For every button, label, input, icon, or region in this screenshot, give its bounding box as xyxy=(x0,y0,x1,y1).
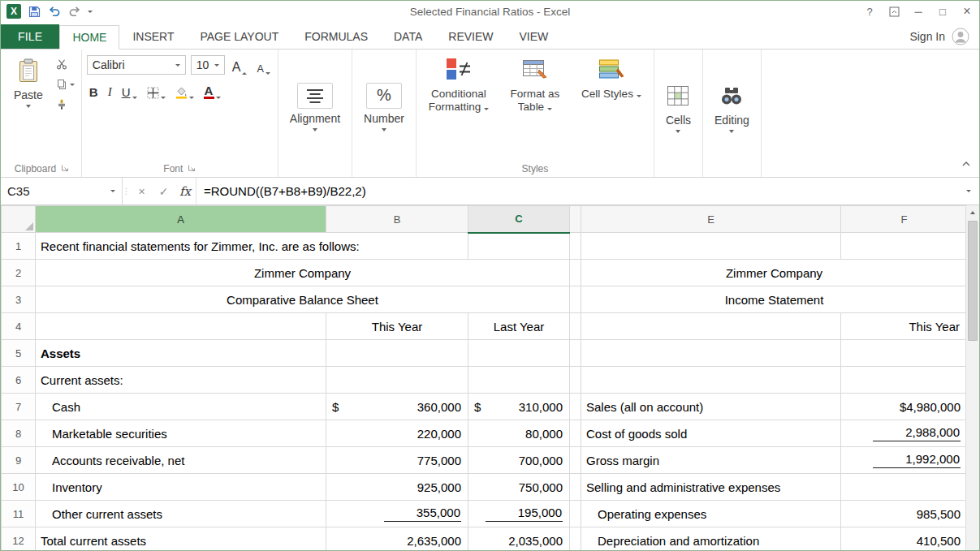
row-header-11[interactable]: 11 xyxy=(2,501,36,527)
insert-function-button[interactable]: fx xyxy=(175,178,196,204)
alignment-button[interactable]: Alignment xyxy=(283,80,347,134)
cell-E8[interactable]: Cost of goods sold xyxy=(581,420,841,447)
cell-F6[interactable] xyxy=(841,367,968,394)
number-format-button[interactable]: % Number xyxy=(357,80,411,134)
tab-home[interactable]: HOME xyxy=(59,25,119,50)
font-dialog-launcher[interactable] xyxy=(188,163,196,174)
column-header-e[interactable]: E xyxy=(581,206,841,233)
cancel-button[interactable]: × xyxy=(131,178,153,204)
cell-D8[interactable] xyxy=(570,420,581,447)
font-color-button[interactable]: A xyxy=(201,80,223,99)
enter-button[interactable]: ✓ xyxy=(153,178,175,204)
cell-F1[interactable] xyxy=(841,233,968,260)
select-all-button[interactable] xyxy=(2,206,36,233)
grow-font-button[interactable]: A xyxy=(230,55,250,75)
cell-A2[interactable]: Zimmer Company xyxy=(36,260,570,286)
italic-button[interactable]: I xyxy=(106,80,114,99)
cell-E10[interactable]: Selling and administrative expenses xyxy=(581,474,841,501)
row-header-2[interactable]: 2 xyxy=(2,260,36,286)
cell-B10[interactable]: 925,000 xyxy=(326,474,468,501)
cell-E6[interactable] xyxy=(581,367,841,394)
cell-A1[interactable]: Recent financial statements for Zimmer, … xyxy=(36,233,326,260)
cell-F4[interactable]: This Year xyxy=(841,313,968,340)
scrollbar-thumb[interactable] xyxy=(968,221,978,341)
column-header-f[interactable]: F xyxy=(841,206,968,233)
cell-B7[interactable]: $360,000 xyxy=(326,394,468,420)
editing-button[interactable]: Editing xyxy=(708,79,756,136)
cell-A10[interactable]: Inventory xyxy=(36,474,326,501)
row-header-8[interactable]: 8 xyxy=(2,420,36,447)
cell-C8[interactable]: 80,000 xyxy=(468,420,570,447)
cell-F11[interactable]: 985,500 xyxy=(841,501,968,527)
tab-review[interactable]: REVIEW xyxy=(435,24,506,49)
cell-F9[interactable]: 1,992,000 xyxy=(841,447,968,474)
cell-D11[interactable] xyxy=(570,501,581,527)
cell-B12[interactable]: 2,635,000 xyxy=(326,527,468,551)
format-as-table-button[interactable]: Format as Table xyxy=(498,55,572,114)
cell-D9[interactable] xyxy=(570,447,581,474)
fill-color-button[interactable] xyxy=(173,80,196,99)
cell-A11[interactable]: Other current assets xyxy=(36,501,326,527)
tab-page-layout[interactable]: PAGE LAYOUT xyxy=(187,24,291,49)
cell-D7[interactable] xyxy=(570,394,581,420)
paste-button[interactable]: Paste xyxy=(7,54,50,160)
row-header-10[interactable]: 10 xyxy=(2,474,36,501)
cell-E5[interactable] xyxy=(581,340,841,367)
bold-button[interactable]: B xyxy=(87,80,101,99)
cell-C9[interactable]: 700,000 xyxy=(468,447,570,474)
row-header-12[interactable]: 12 xyxy=(2,527,36,551)
cell-C1[interactable] xyxy=(468,233,570,260)
conditional-formatting-button[interactable]: Conditional Formatting xyxy=(421,55,496,114)
cell-B11[interactable]: 355,000 xyxy=(326,501,468,527)
cut-button[interactable] xyxy=(56,57,75,71)
column-header-b[interactable]: B xyxy=(326,206,468,233)
cell-E2[interactable]: Zimmer Company xyxy=(581,260,968,286)
tab-file[interactable]: FILE xyxy=(1,24,59,49)
cell-A12[interactable]: Total current assets xyxy=(36,527,326,551)
close-button[interactable]: × xyxy=(955,2,979,21)
cell-A5[interactable]: Assets xyxy=(36,340,326,367)
cell-E11[interactable]: Operating expenses xyxy=(581,501,841,527)
cell-B4[interactable]: This Year xyxy=(326,313,468,340)
tab-view[interactable]: VIEW xyxy=(507,24,562,49)
vertical-scrollbar[interactable] xyxy=(965,205,979,550)
expand-formula-bar-button[interactable] xyxy=(958,178,979,204)
scroll-up-button[interactable] xyxy=(966,205,979,220)
cell-A6[interactable]: Current assets: xyxy=(36,367,326,394)
font-name-select[interactable]: Calibri xyxy=(87,55,186,75)
column-header-c[interactable]: C xyxy=(468,206,570,233)
qat-customize-button[interactable] xyxy=(88,11,93,13)
shrink-font-button[interactable]: A xyxy=(254,55,272,75)
minimize-button[interactable]: ─ xyxy=(906,2,930,21)
cell-D4[interactable] xyxy=(570,313,581,340)
cell-A4[interactable] xyxy=(36,313,326,340)
cell-E12[interactable]: Depreciation and amortization xyxy=(581,527,841,551)
cell-F8[interactable]: 2,988,000 xyxy=(841,420,968,447)
cell-C5[interactable] xyxy=(468,340,570,367)
cell-E1[interactable] xyxy=(581,233,841,260)
redo-button[interactable] xyxy=(67,4,82,19)
ribbon-display-options-button[interactable] xyxy=(882,2,906,21)
cell-A3[interactable]: Comparative Balance Sheet xyxy=(36,286,570,313)
row-header-1[interactable]: 1 xyxy=(2,233,36,260)
maximize-button[interactable]: □ xyxy=(930,2,955,21)
cell-F10[interactable] xyxy=(841,474,968,501)
cell-B8[interactable]: 220,000 xyxy=(326,420,468,447)
cell-F7[interactable]: $4,980,000 xyxy=(841,394,968,420)
cell-A7[interactable]: Cash xyxy=(36,394,326,420)
cell-D5[interactable] xyxy=(570,340,581,367)
cell-B6[interactable] xyxy=(326,367,468,394)
cell-F5[interactable] xyxy=(841,340,968,367)
cell-D10[interactable] xyxy=(570,474,581,501)
sign-in-button[interactable]: Sign In xyxy=(909,24,969,49)
cell-E7[interactable]: Sales (all on account) xyxy=(581,394,841,420)
clipboard-dialog-launcher[interactable] xyxy=(61,163,69,174)
cell-E9[interactable]: Gross margin xyxy=(581,447,841,474)
row-header-9[interactable]: 9 xyxy=(2,447,36,474)
cell-styles-button[interactable]: Cell Styles xyxy=(574,55,649,101)
row-header-7[interactable]: 7 xyxy=(2,394,36,420)
tab-insert[interactable]: INSERT xyxy=(119,24,187,49)
cell-F12[interactable]: 410,500 xyxy=(841,527,968,551)
cell-D3[interactable] xyxy=(570,286,581,313)
cell-B5[interactable] xyxy=(326,340,468,367)
